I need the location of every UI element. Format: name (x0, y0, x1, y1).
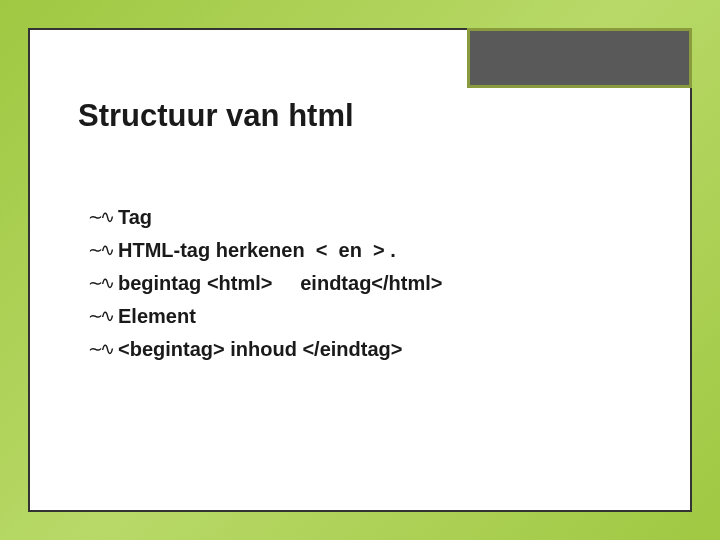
slide-container: Structuur van html ∼∿ Tag ∼∿ HTML-tag he… (28, 28, 692, 512)
bullet-icon: ∼∿ (88, 205, 112, 229)
bullet-icon: ∼∿ (88, 304, 112, 328)
bullet-icon: ∼∿ (88, 238, 112, 262)
bullet-text: <begintag> inhoud </eindtag> (118, 337, 402, 361)
bullet-item-3: ∼∿ Element (88, 304, 650, 328)
bullet-item-1: ∼∿ HTML-tag herkenen < en > . (88, 238, 650, 262)
slide-title: Structuur van html (78, 98, 354, 134)
bullet-item-2: ∼∿ begintag <html> eindtag</html> (88, 271, 650, 295)
bullet-icon: ∼∿ (88, 337, 112, 361)
bullet-text: begintag <html> eindtag</html> (118, 271, 443, 295)
bullet-text: HTML-tag herkenen < en > . (118, 238, 396, 262)
bullet-text: Tag (118, 205, 152, 229)
slide-content: ∼∿ Tag ∼∿ HTML-tag herkenen < en > . ∼∿ … (88, 205, 650, 370)
bullet-icon: ∼∿ (88, 271, 112, 295)
corner-decoration (467, 28, 692, 88)
bullet-text: Element (118, 304, 196, 328)
bullet-item-0: ∼∿ Tag (88, 205, 650, 229)
bullet-item-4: ∼∿ <begintag> inhoud </eindtag> (88, 337, 650, 361)
